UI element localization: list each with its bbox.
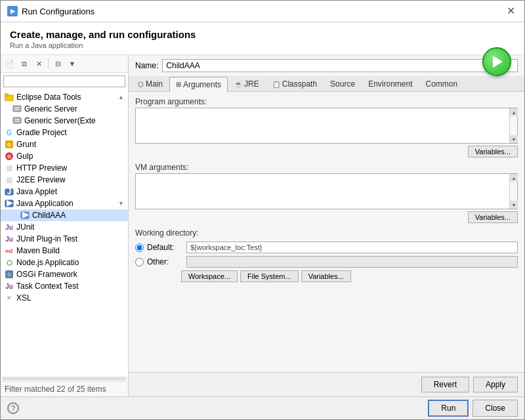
list-item[interactable]: Ju JUnit Plug-in Test [1,233,128,245]
junit-plugin-icon: Ju [5,234,14,243]
list-item[interactable]: Ju Task Context Test [1,280,128,292]
vm-scrollbar-down-button[interactable]: ▼ [510,201,518,209]
name-label: Name: [135,61,158,70]
expand-icon: ▲ [118,94,124,100]
gulp-icon: G [5,152,14,161]
program-args-section: Program arguments: ▲ ▼ Variables... [135,97,518,158]
name-row: Name: [129,55,524,76]
list-item[interactable]: ✕ XSL [1,292,128,304]
run-circle-button[interactable] [482,47,511,76]
list-item-label: Java Application [16,199,74,208]
child-java-icon: ▶ [20,211,30,220]
program-args-label: Program arguments: [135,97,518,106]
list-item[interactable]: J Java Applet [1,186,128,198]
maven-icon: m2 [5,246,14,255]
close-window-button[interactable]: ✕ [504,5,518,18]
program-args-textarea[interactable] [136,108,517,141]
list-item[interactable]: ◎ OSGi Framework [1,268,128,280]
tab-common[interactable]: Common [419,76,465,91]
svg-text:J: J [7,188,12,196]
tab-main-label: Main [146,79,163,89]
right-panel: Name: ⬡ Main ⊞ Arguments ☕ JRE 📋 [129,55,524,396]
list-item[interactable]: Eclipse Data Tools ▲ [1,91,128,103]
duplicate-config-button[interactable]: ⧉ [18,57,31,70]
left-panel-footer: Filter matched 22 of 25 items [1,381,128,396]
list-item[interactable]: ⬡ Node.js Applicatio [1,257,128,268]
tab-jre[interactable]: ☕ JRE [228,76,266,91]
program-vars-button[interactable]: Variables... [468,146,518,158]
nodejs-icon: ⬡ [5,258,14,267]
list-item[interactable]: m2 Maven Build [1,245,128,257]
tab-source[interactable]: Source [324,76,362,91]
header-section: Create, manage, and run configurations R… [1,22,524,55]
run-button[interactable]: Run [428,400,469,417]
gradle-icon: G [5,128,14,137]
tab-classpath-label: Classpath [282,79,317,89]
list-item[interactable]: G Grunt [1,138,128,150]
title-bar: ▶ Run Configurations ✕ [1,1,524,22]
list-item-label: Gradle Project [16,128,67,137]
filesystem-button[interactable]: File System... [240,270,299,282]
search-input[interactable] [3,75,125,87]
collapse-all-button[interactable]: ⊟ [51,57,64,70]
filter-button[interactable]: ▼ [66,57,79,70]
list-item[interactable]: G Gradle Project [1,127,128,138]
scrollbar-down-button[interactable]: ▼ [510,135,518,143]
close-button[interactable]: Close [472,400,518,417]
window-icon: ▶ [7,6,18,16]
name-input[interactable] [162,59,518,72]
default-radio[interactable] [135,243,144,252]
header-subtitle: Run a Java application [10,41,515,49]
grunt-icon: G [5,140,14,149]
title-bar-left: ▶ Run Configurations [7,6,94,16]
child-aaa-item[interactable]: ▶ ChildAAA [1,209,128,221]
list-item[interactable]: Ju JUnit [1,221,128,233]
vm-args-scrollbar: ▲ ▼ [509,174,517,209]
workspace-button[interactable]: Workspace... [181,270,238,282]
run-triangle-icon [493,56,503,68]
delete-config-button[interactable]: ✕ [32,57,45,70]
tab-arguments[interactable]: ⊞ Arguments [169,77,228,92]
program-args-textarea-wrap: ▲ ▼ [135,108,518,144]
scrollbar-up-button[interactable]: ▲ [510,108,518,116]
vm-args-textarea-wrap: ▲ ▼ [135,173,518,209]
list-item-label: J2EE Preview [16,175,66,184]
svg-rect-2 [13,106,21,112]
list-item[interactable]: Generic Server [1,103,128,115]
list-item-label: JUnit Plug-in Test [16,234,77,243]
tab-source-label: Source [330,79,355,89]
dir-variables-button[interactable]: Variables... [301,270,351,282]
revert-button[interactable]: Revert [421,377,469,392]
tab-environment[interactable]: Environment [362,76,419,91]
tab-common-label: Common [426,79,458,89]
list-item[interactable]: Generic Server(Exte [1,115,128,127]
other-dir-input[interactable] [186,256,518,268]
program-args-scrollbar: ▲ ▼ [509,108,517,143]
horizontal-scrollbar[interactable] [2,377,127,381]
arguments-tab-icon: ⊞ [176,81,181,88]
main-content: 📄 ⧉ ✕ ⊟ ▼ Eclipse Data Tools ▲ [1,55,524,396]
server-icon [12,116,22,125]
list-item[interactable]: G Gulp [1,150,128,162]
vm-args-textarea[interactable] [136,174,517,207]
svg-text:▶: ▶ [22,211,29,219]
other-radio[interactable] [135,258,144,266]
list-item[interactable]: ⬜ HTTP Preview [1,162,128,174]
list-item-label: Gulp [16,152,33,161]
tab-main[interactable]: ⬡ Main [131,76,169,91]
scrollbar-track [510,116,517,135]
apply-button[interactable]: Apply [473,377,518,392]
default-dir-input[interactable] [186,242,518,253]
working-dir-label: Working directory: [135,228,518,238]
help-button[interactable]: ? [7,402,19,414]
main-tab-icon: ⬡ [138,81,144,88]
tab-jre-label: JRE [244,79,259,89]
xsl-icon: ✕ [5,293,14,303]
new-config-button[interactable]: 📄 [3,57,16,70]
vm-scrollbar-up-button[interactable]: ▲ [510,174,518,182]
java-application-item[interactable]: ▶ Java Application ▼ [1,198,128,209]
list-item[interactable]: ⬜ J2EE Preview [1,174,128,186]
vm-vars-button[interactable]: Variables... [468,211,518,223]
svg-rect-1 [5,93,8,96]
tab-classpath[interactable]: 📋 Classpath [266,76,324,91]
